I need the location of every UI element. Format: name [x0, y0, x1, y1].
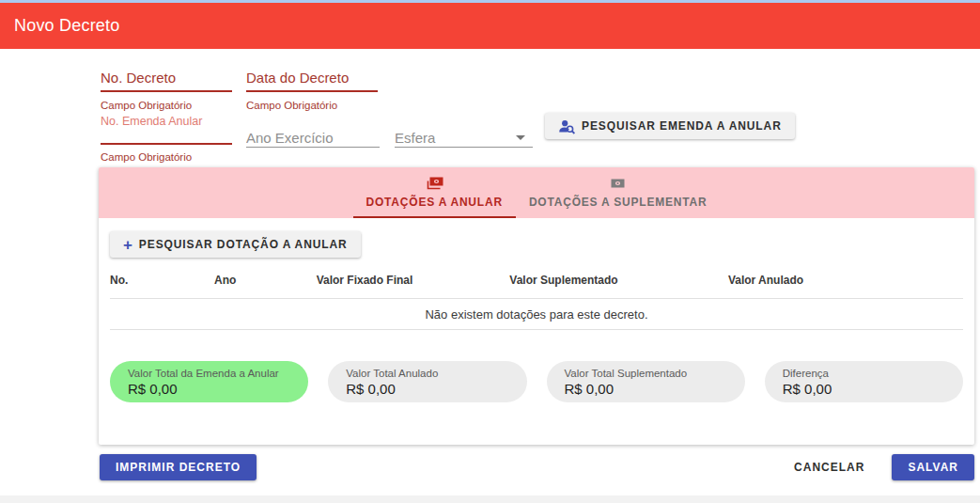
totals-row: Valor Total da Emenda a Anular R$ 0,00 V… [99, 330, 974, 402]
salvar-button[interactable]: SALVAR [892, 454, 974, 480]
app-header: Novo Decreto [0, 3, 980, 49]
page-title: Novo Decreto [14, 16, 119, 36]
pesquisar-emenda-label: PESQUISAR EMENDA A ANULAR [582, 119, 782, 133]
column-header-valor-anulado: Valor Anulado [688, 274, 844, 287]
esfera-select[interactable]: Esfera [395, 128, 533, 148]
tab-dotacoes-a-suplementar[interactable]: DOTAÇÕES A SUPLEMENTAR [516, 167, 721, 218]
person-search-icon [558, 118, 576, 134]
pesquisar-emenda-button[interactable]: PESQUISAR EMENDA A ANULAR [545, 113, 795, 139]
total-card-anulado: Valor Total Anulado R$ 0,00 [328, 361, 526, 402]
tab-label: DOTAÇÕES A ANULAR [366, 196, 503, 209]
tab-label: DOTAÇÕES A SUPLEMENTAR [529, 196, 708, 209]
banknotes-stack-icon [426, 177, 443, 189]
total-card-diferenca: Diferença R$ 0,00 [765, 361, 963, 402]
pesquisar-dotacao-label: PESQUISAR DOTAÇÃO A ANULAR [139, 238, 348, 251]
no-emenda-anular-error: Campo Obrigatório [101, 151, 192, 163]
no-decreto-input[interactable] [101, 77, 232, 92]
total-value: R$ 0,00 [128, 381, 308, 397]
column-header-valor-fixado-final: Valor Fixado Final [289, 274, 440, 287]
cancelar-button[interactable]: CANCELAR [794, 461, 864, 474]
total-label: Valor Total Suplementado [565, 368, 745, 379]
decree-form: No. Decreto Campo Obrigatório No. Emenda… [101, 49, 980, 167]
total-value: R$ 0,00 [346, 381, 526, 397]
total-label: Diferença [783, 368, 963, 379]
column-header-no: No. [110, 274, 214, 287]
banknote-icon [610, 177, 626, 189]
no-decreto-error: Campo Obrigatório [101, 100, 192, 111]
footer-actions: IMPRIMIR DECRETO CANCELAR SALVAR [100, 454, 974, 480]
total-label: Valor Total da Emenda a Anular [128, 368, 308, 379]
table-empty-message: Não existem dotações para este decreto. [110, 298, 963, 330]
chevron-down-icon [516, 135, 525, 140]
plus-icon: + [123, 237, 133, 253]
tab-dotacoes-a-anular[interactable]: DOTAÇÕES A ANULAR [353, 167, 516, 218]
dotacoes-panel: DOTAÇÕES A ANULAR DOTAÇÕES A SUPLEMENTAR… [99, 167, 974, 445]
data-decreto-error: Campo Obrigatório [246, 100, 337, 111]
data-decreto-input[interactable] [246, 77, 378, 92]
imprimir-decreto-button[interactable]: IMPRIMIR DECRETO [100, 454, 257, 480]
no-emenda-anular-input[interactable] [101, 128, 232, 145]
total-value: R$ 0,00 [565, 381, 745, 397]
esfera-placeholder: Esfera [395, 130, 435, 146]
panel-toolbar: + PESQUISAR DOTAÇÃO A ANULAR [99, 218, 974, 258]
total-label: Valor Total Anulado [346, 368, 526, 379]
table-header-row: No. Ano Valor Fixado Final Valor Supleme… [99, 274, 974, 287]
column-header-valor-suplementado: Valor Suplementado [440, 274, 688, 287]
total-value: R$ 0,00 [783, 381, 963, 397]
pesquisar-dotacao-button[interactable]: + PESQUISAR DOTAÇÃO A ANULAR [110, 231, 361, 258]
column-header-ano: Ano [214, 274, 289, 287]
ano-exercicio-input[interactable] [246, 128, 380, 148]
bottom-strip [0, 495, 980, 503]
tab-bar: DOTAÇÕES A ANULAR DOTAÇÕES A SUPLEMENTAR [99, 167, 974, 218]
total-card-suplementado: Valor Total Suplementado R$ 0,00 [547, 361, 745, 402]
total-card-emenda-a-anular: Valor Total da Emenda a Anular R$ 0,00 [110, 361, 308, 402]
no-emenda-anular-label: No. Emenda Anular [101, 115, 202, 128]
